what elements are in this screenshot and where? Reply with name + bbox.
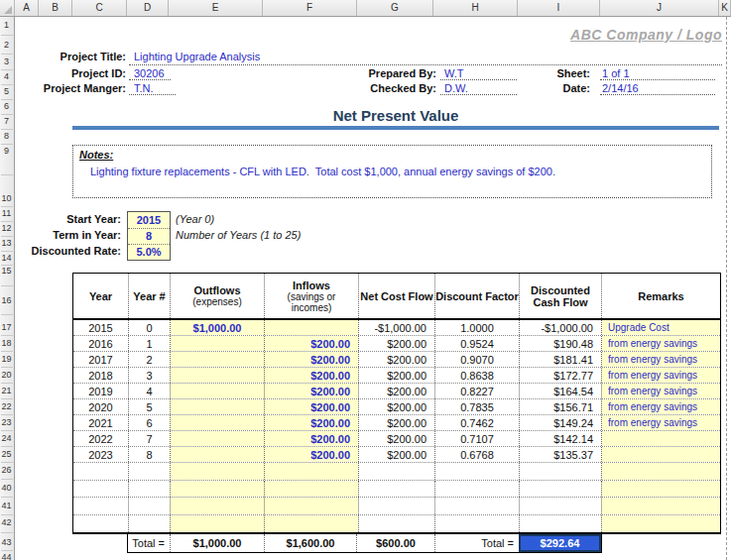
cell-remarks[interactable]: from energy savings [601,384,720,398]
cell-year[interactable]: 2022 [73,431,128,446]
cell-year[interactable]: 2021 [73,415,128,430]
cell-year-number[interactable]: 2 [128,352,170,367]
cell-year[interactable]: 2019 [73,384,128,398]
cell-year-number[interactable]: 3 [128,368,170,383]
column-header-B[interactable]: B [39,0,72,16]
cell-year[interactable]: 2016 [73,336,128,351]
notes-box[interactable]: Notes: Lighting fixture replacements - C… [72,145,712,198]
cell-remarks[interactable]: Upgrade Cost [601,320,720,335]
cell-outflows[interactable] [170,431,264,446]
cell-net-cost-flow-empty[interactable] [358,481,434,498]
cell-outflows-empty[interactable] [170,498,264,514]
cell-discounted-cash-flow[interactable]: $164.54 [519,384,601,398]
cell-remarks[interactable] [601,431,720,446]
cell-remarks[interactable]: from energy savings [601,352,720,367]
cell-year-number[interactable]: 7 [128,431,170,446]
cell-year[interactable]: 2023 [73,447,128,462]
cell-outflows[interactable] [170,399,264,414]
row-header-8[interactable]: 8 [0,130,13,142]
cell-discounted-cash-flow[interactable]: -$1,000.00 [519,320,601,335]
row-header-26[interactable]: 26 [0,464,13,476]
cell-discounted-cash-flow[interactable]: $149.24 [519,415,601,430]
cell-remarks[interactable]: from energy savings [601,368,720,383]
cell-discounted-cash-flow[interactable]: $135.37 [519,447,601,462]
cell-net-cost-flow[interactable]: $200.00 [358,336,434,351]
column-header-J[interactable]: J [600,0,719,16]
cell-year-empty[interactable] [73,481,128,498]
cell-net-cost-flow[interactable]: $200.00 [358,447,434,462]
cell-inflows[interactable] [264,320,358,335]
cell-year[interactable]: 2015 [73,320,128,335]
cell-discounted-cash-flow[interactable]: $172.77 [519,368,601,383]
cell-year[interactable]: 2018 [73,368,128,383]
cell-discount-factor[interactable]: 0.6768 [434,447,519,462]
total-outflows[interactable]: $1,000.00 [170,534,264,552]
cell-discount-factor[interactable]: 1.0000 [434,320,519,335]
cell-discounted-cash-flow-empty[interactable] [519,498,601,514]
start-year-input[interactable]: 2015 [128,212,170,228]
cell-outflows[interactable]: $1,000.00 [170,320,264,335]
row-header-7[interactable]: 7 [0,115,13,127]
cell-net-cost-flow[interactable]: $200.00 [358,384,434,398]
cell-discount-factor[interactable]: 0.8638 [434,368,519,383]
cell-year-number[interactable]: 8 [128,447,170,462]
row-header-22[interactable]: 22 [0,400,13,412]
cell-remarks[interactable] [601,447,720,462]
total-net[interactable]: $600.00 [356,534,434,552]
column-header-E[interactable]: E [169,0,263,16]
cell-discount-factor[interactable]: 0.7835 [434,399,519,414]
checked-by-value[interactable]: D.W. [444,81,468,95]
cell-net-cost-flow-empty[interactable] [358,463,434,480]
cell-net-cost-flow[interactable]: -$1,000.00 [358,320,434,335]
cell-outflows[interactable] [170,352,264,367]
cell-discount-factor[interactable]: 0.7107 [434,431,519,446]
cell-year-number-empty[interactable] [128,463,170,480]
row-header-23[interactable]: 23 [0,416,13,428]
cell-discounted-cash-flow[interactable]: $156.71 [519,399,601,414]
row-header-20[interactable]: 20 [0,369,13,381]
cell-discounted-cash-flow[interactable]: $142.14 [519,431,601,446]
cell-year-empty[interactable] [73,498,128,514]
project-id-value[interactable]: 30206 [134,66,165,80]
cell-year-empty[interactable] [73,515,128,533]
cell-outflows[interactable] [170,368,264,383]
cell-inflows-empty[interactable] [264,515,358,533]
cell-inflows[interactable]: $200.00 [264,384,358,398]
cell-inflows[interactable]: $200.00 [264,415,358,430]
cell-discount-factor[interactable]: 0.8227 [434,384,519,398]
term-input[interactable]: 8 [128,228,170,244]
cell-remarks[interactable]: from energy savings [601,336,720,351]
cell-outflows[interactable] [170,447,264,462]
cell-inflows[interactable]: $200.00 [264,447,358,462]
notes-text[interactable]: Lighting fixture replacements - CFL with… [90,166,705,177]
cell-inflows[interactable]: $200.00 [264,336,358,351]
column-header-C[interactable]: C [72,0,127,16]
cell-inflows[interactable]: $200.00 [264,431,358,446]
cell-net-cost-flow[interactable]: $200.00 [358,415,434,430]
column-header-D[interactable]: D [127,0,169,16]
row-header-17[interactable]: 17 [0,321,13,333]
row-header-24[interactable]: 24 [0,432,13,444]
column-header-K[interactable]: K [719,0,731,16]
cell-discount-factor-empty[interactable] [434,498,519,514]
cell-discount-factor[interactable]: 0.9524 [434,336,519,351]
cell-inflows-empty[interactable] [264,481,358,498]
sheet-value[interactable]: 1 of 1 [602,66,630,80]
cell-outflows-empty[interactable] [170,515,264,533]
cell-inflows[interactable]: $200.00 [264,399,358,414]
cell-discounted-cash-flow[interactable]: $181.41 [519,352,601,367]
cell-remarks-empty[interactable] [601,498,720,514]
column-header-F[interactable]: F [263,0,357,16]
cell-discounted-cash-flow[interactable]: $190.48 [519,336,601,351]
cell-discount-factor-empty[interactable] [434,481,519,498]
cell-discount-factor-empty[interactable] [434,515,519,533]
cell-inflows-empty[interactable] [264,463,358,480]
cell-year-number[interactable]: 6 [128,415,170,430]
select-all-corner[interactable] [0,0,15,16]
row-header-9[interactable]: 9 [0,145,13,157]
cell-discounted-cash-flow-empty[interactable] [519,463,601,480]
row-header-10[interactable]: 10 [0,192,13,204]
row-header-19[interactable]: 19 [0,353,13,365]
date-value[interactable]: 2/14/16 [602,81,639,95]
cell-inflows[interactable]: $200.00 [264,368,358,383]
